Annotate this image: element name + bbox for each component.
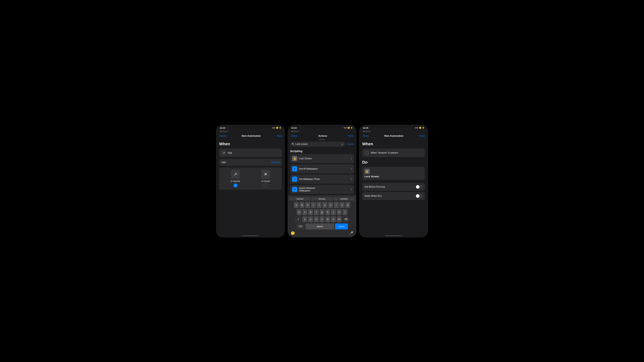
key-z[interactable]: z — [302, 216, 307, 222]
when-condition-icon: ↗ — [364, 151, 369, 155]
lock-screen-info-icon[interactable]: ℹ — [351, 157, 352, 160]
key-f[interactable]: f — [314, 209, 319, 215]
emoji-icon[interactable]: 🙂 — [291, 231, 295, 235]
is-closed-radio[interactable] — [264, 183, 268, 187]
is-closed-choice[interactable]: ✕ Is Closed — [252, 170, 280, 187]
back-button-3[interactable]: ‹ Back — [362, 135, 369, 137]
action-set-wallpaper[interactable]: ✦ Set Wallpaper Photo ℹ — [290, 175, 354, 184]
when-condition-card[interactable]: ↗ When "Amazon" is opened — [362, 149, 425, 157]
action-get-wallpapers[interactable]: ✦ Get All Wallpapers ℹ — [290, 164, 354, 173]
wifi-icon-2: 📶 — [348, 127, 350, 129]
notify-when-toggle[interactable] — [416, 194, 422, 198]
key-j[interactable]: j — [331, 209, 336, 215]
key-u[interactable]: u — [328, 202, 333, 208]
key-s[interactable]: s — [302, 209, 307, 215]
do-action-card[interactable]: 🔒 Lock Screen — [362, 167, 425, 180]
switch-wallpapers-info-icon[interactable]: ℹ — [351, 188, 352, 191]
do-lock-icon: 🔒 — [364, 169, 370, 174]
app-label-1: App — [228, 151, 232, 154]
toggles-section: Ask Before Running Notify When Run — [362, 183, 425, 200]
key-numbers[interactable]: 123 — [296, 223, 305, 230]
key-r[interactable]: r — [311, 202, 316, 208]
back-label-1: Back — [220, 135, 226, 137]
get-wallpapers-info-icon[interactable]: ℹ — [351, 167, 352, 171]
back-button-1[interactable]: ‹ Back — [219, 135, 226, 137]
search-back-label-2: ◀ Search — [291, 130, 299, 132]
key-g[interactable]: g — [320, 209, 324, 215]
key-e[interactable]: e — [305, 202, 310, 208]
set-wallpaper-info-icon[interactable]: ℹ — [351, 177, 352, 181]
search-key[interactable]: search — [335, 223, 348, 230]
app-choose-card[interactable]: App Choose — [219, 159, 282, 166]
key-y[interactable]: y — [322, 202, 327, 208]
home-bar-1 — [242, 236, 259, 236]
action-switch-wallpapers[interactable]: ✦ Switch BetweenWallpapers ℹ — [290, 185, 354, 194]
back-button-2[interactable]: ‹ Back — [291, 135, 297, 137]
choose-button[interactable]: Choose — [271, 161, 280, 164]
notify-when-run-row[interactable]: Notify When Run — [362, 192, 425, 200]
clear-icon[interactable]: ⊗ — [341, 143, 343, 146]
key-i[interactable]: i — [334, 202, 339, 208]
keyboard-row-2: a s d f g h j k l — [288, 209, 356, 216]
key-shift[interactable]: ⇧ — [295, 216, 302, 222]
key-p[interactable]: p — [345, 202, 350, 208]
when-title-1: When — [219, 142, 282, 146]
is-opened-label: Is Opened — [231, 180, 240, 182]
is-opened-radio[interactable] — [234, 183, 238, 187]
app-type-card[interactable]: ↗ App — [219, 149, 282, 157]
key-v[interactable]: v — [320, 216, 324, 222]
key-k[interactable]: k — [337, 209, 342, 215]
is-opened-choice[interactable]: ↗ Is Opened — [222, 170, 249, 187]
action-lock-screen[interactable]: 🔒 Lock Screen ℹ — [290, 154, 354, 163]
next-button-2[interactable]: Next — [348, 135, 353, 137]
mic-icon[interactable]: 🎤 — [349, 231, 353, 235]
key-q[interactable]: q — [294, 202, 299, 208]
signal-icon-2: ●●● — [344, 127, 347, 129]
key-o[interactable]: o — [340, 202, 344, 208]
switch-wallpapers-label: Switch BetweenWallpapers — [299, 187, 349, 192]
status-time-2: 12:24 — [291, 127, 297, 129]
key-a[interactable]: a — [297, 209, 302, 215]
key-b[interactable]: b — [325, 216, 330, 222]
choices-row: ↗ Is Opened ✕ Is Closed — [222, 170, 280, 187]
back-label-3: Back — [363, 135, 369, 137]
key-d[interactable]: d — [308, 209, 313, 215]
wifi-icon-1: 📶 — [276, 127, 278, 129]
app-row-label: App — [222, 161, 226, 164]
next-button-1[interactable]: Next — [277, 135, 282, 137]
key-backspace[interactable]: ⌫ — [342, 216, 349, 222]
nav-title-2: Actions — [318, 135, 327, 137]
key-t[interactable]: t — [317, 202, 322, 208]
search-container: 🔍 ⊗ Cancel — [288, 141, 356, 148]
ask-before-toggle[interactable] — [416, 185, 422, 189]
ask-before-running-row[interactable]: Ask Before Running — [362, 183, 425, 191]
status-bar-3: 12:25 ●●● 📶 🔋 — [359, 125, 428, 130]
keyboard-row-3: ⇧ z x c v b n m ⌫ — [288, 216, 356, 223]
suggestion-screen[interactable]: Screen — [311, 197, 333, 201]
nav-title-1: New Automation — [242, 135, 261, 137]
done-button[interactable]: Done — [419, 135, 425, 137]
search-input[interactable] — [296, 143, 340, 145]
suggestion-screens[interactable]: screens — [333, 197, 355, 201]
get-wallpapers-icon: ✦ — [292, 166, 297, 171]
key-x[interactable]: x — [308, 216, 313, 222]
key-l[interactable]: l — [342, 209, 347, 215]
key-m[interactable]: m — [337, 216, 342, 222]
key-space[interactable]: space — [306, 223, 334, 230]
status-time-3: 12:25 — [363, 127, 368, 129]
cancel-button[interactable]: Cancel — [346, 143, 354, 146]
keyboard-suggestions: "screen" Screen screens — [288, 196, 356, 201]
search-bar[interactable]: 🔍 ⊗ — [290, 142, 345, 147]
home-bar-3 — [385, 236, 402, 236]
key-w[interactable]: w — [300, 202, 304, 208]
do-action-label: Lock Screen — [364, 175, 379, 178]
status-icons-1: ●●● 📶 🔋 — [272, 127, 281, 129]
battery-icon-1: 🔋 — [279, 127, 281, 129]
key-h[interactable]: h — [325, 209, 330, 215]
suggestion-screen-quotes[interactable]: "screen" — [289, 197, 311, 201]
is-closed-icon: ✕ — [261, 170, 270, 179]
key-n[interactable]: n — [331, 216, 336, 222]
drag-handle — [319, 139, 325, 140]
search-back-label-3: ◀ Search — [363, 130, 371, 132]
key-c[interactable]: c — [314, 216, 319, 222]
